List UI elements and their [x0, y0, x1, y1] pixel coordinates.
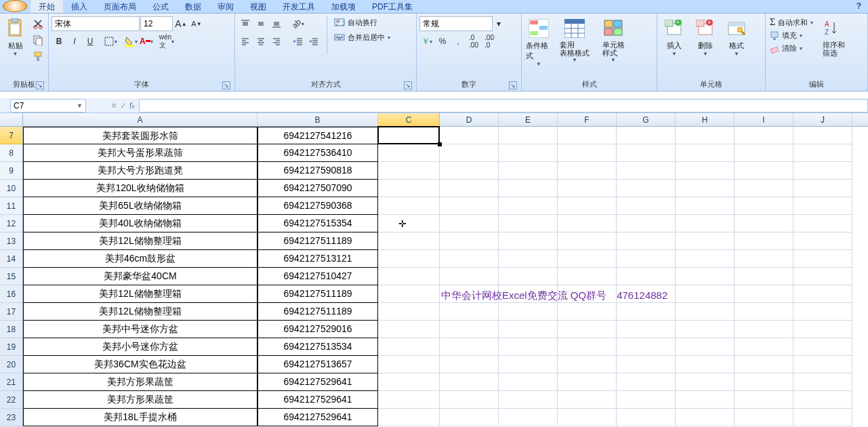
cell[interactable]: 美邦65L收纳储物箱 — [23, 197, 257, 215]
cell[interactable] — [676, 197, 735, 215]
cell[interactable] — [378, 250, 440, 268]
grow-font-button[interactable]: A▲ — [173, 16, 188, 31]
cell[interactable] — [378, 215, 440, 232]
tab-加载项[interactable]: 加载项 — [323, 0, 364, 13]
wrap-text-button[interactable]: abc 自动换行 — [333, 16, 392, 28]
cell[interactable]: 6942127511189 — [257, 285, 378, 303]
cell[interactable] — [440, 197, 499, 215]
cell[interactable] — [676, 215, 735, 232]
cell[interactable] — [558, 268, 617, 285]
cell[interactable] — [440, 268, 499, 285]
cell[interactable] — [558, 127, 617, 144]
col-header-B[interactable]: B — [257, 113, 378, 126]
cell[interactable] — [617, 180, 676, 197]
cell[interactable]: 6942127590818 — [257, 162, 378, 180]
cell[interactable] — [440, 215, 499, 232]
cell[interactable] — [440, 303, 499, 321]
name-box[interactable]: C7▼ — [10, 99, 86, 113]
cell[interactable] — [499, 127, 558, 144]
fx-icon[interactable]: fx — [129, 101, 135, 110]
row-header-11[interactable]: 11 — [0, 197, 23, 215]
cell[interactable] — [617, 215, 676, 232]
cell[interactable] — [558, 303, 617, 321]
cell[interactable]: 美邦套装圆形水筛 — [23, 127, 257, 144]
cell[interactable] — [735, 303, 793, 321]
cell[interactable] — [558, 250, 617, 268]
row-header-19[interactable]: 19 — [0, 338, 23, 356]
increase-indent-button[interactable] — [306, 34, 321, 49]
cell[interactable] — [793, 268, 852, 285]
cell[interactable] — [793, 391, 852, 409]
orientation-button[interactable]: ab▾ — [291, 16, 306, 31]
cell[interactable] — [793, 373, 852, 391]
cell[interactable] — [793, 285, 852, 303]
row-header-12[interactable]: 12 — [0, 215, 23, 232]
cell-styles-button[interactable]: 单元格 样式▼ — [596, 16, 630, 64]
cell[interactable] — [617, 162, 676, 180]
cell[interactable] — [793, 162, 852, 180]
cell[interactable] — [617, 144, 676, 162]
sort-filter-button[interactable]: AZ 排序和 筛选 — [817, 16, 850, 58]
row-header-16[interactable]: 16 — [0, 285, 23, 303]
align-left-button[interactable] — [238, 34, 253, 49]
fill-handle[interactable] — [438, 142, 442, 146]
cell[interactable] — [793, 303, 852, 321]
fill-button[interactable]: 填充 ▾ — [768, 30, 814, 41]
cell[interactable] — [440, 321, 499, 338]
cell[interactable] — [793, 338, 852, 356]
cell[interactable] — [440, 250, 499, 268]
percent-button[interactable]: % — [435, 34, 450, 49]
cell[interactable]: 6942127529641 — [257, 373, 378, 391]
cell[interactable] — [676, 391, 735, 409]
number-format-select[interactable] — [419, 16, 493, 31]
cell[interactable]: 美邦18L手提水桶 — [23, 409, 257, 426]
tab-开发工具[interactable]: 开发工具 — [274, 0, 323, 13]
formula-input[interactable] — [139, 99, 868, 113]
align-center-button[interactable] — [253, 34, 268, 49]
col-header-G[interactable]: G — [617, 113, 676, 126]
copy-button[interactable] — [30, 33, 45, 47]
cell[interactable] — [617, 197, 676, 215]
cell[interactable] — [378, 338, 440, 356]
cell[interactable] — [378, 321, 440, 338]
align-bottom-button[interactable] — [269, 16, 284, 31]
cell[interactable]: 6942127529641 — [257, 409, 378, 426]
clear-button[interactable]: 清除 ▾ — [768, 43, 814, 54]
cell[interactable] — [676, 232, 735, 250]
cell[interactable]: 美邦中号迷你方盆 — [23, 321, 257, 338]
col-header-H[interactable]: H — [676, 113, 735, 126]
row-header-13[interactable]: 13 — [0, 232, 23, 250]
col-header-C[interactable]: C — [378, 113, 440, 126]
cell[interactable] — [499, 232, 558, 250]
cell[interactable] — [676, 285, 735, 303]
cell[interactable] — [558, 144, 617, 162]
italic-button[interactable]: I — [67, 34, 82, 49]
cell[interactable]: 6942127515354 — [257, 215, 378, 232]
cell[interactable] — [793, 144, 852, 162]
cell[interactable]: 6942127513121 — [257, 250, 378, 268]
cell[interactable] — [378, 285, 440, 303]
align-right-button[interactable] — [269, 34, 284, 49]
tab-数据[interactable]: 数据 — [177, 0, 209, 13]
cell[interactable]: 6942127511189 — [257, 232, 378, 250]
cell[interactable]: 美邦120L收纳储物箱 — [23, 180, 257, 197]
cell[interactable] — [676, 250, 735, 268]
cell[interactable] — [793, 215, 852, 232]
cell[interactable] — [558, 373, 617, 391]
cell[interactable] — [617, 250, 676, 268]
cell[interactable] — [378, 232, 440, 250]
cell[interactable] — [617, 321, 676, 338]
cell[interactable] — [735, 232, 793, 250]
cell[interactable] — [735, 197, 793, 215]
cell[interactable] — [440, 162, 499, 180]
cell[interactable]: 美邦小号迷你方盆 — [23, 338, 257, 356]
cell[interactable] — [735, 409, 793, 426]
cell[interactable] — [793, 321, 852, 338]
increase-decimal-button[interactable]: .0.00 — [466, 34, 481, 49]
col-header-J[interactable]: J — [793, 113, 852, 126]
row-header-8[interactable]: 8 — [0, 144, 23, 162]
cell[interactable] — [676, 321, 735, 338]
cell[interactable] — [735, 144, 793, 162]
cell[interactable] — [617, 391, 676, 409]
cell[interactable] — [499, 180, 558, 197]
